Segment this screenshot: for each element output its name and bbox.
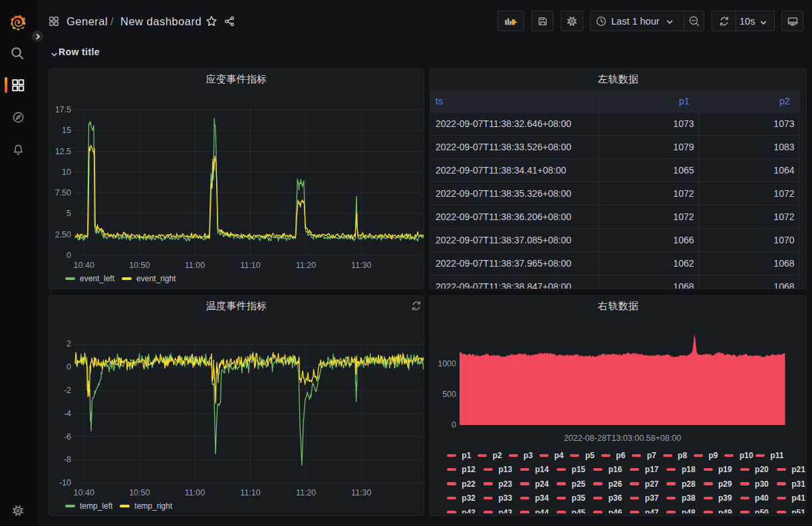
svg-text:11:20: 11:20 bbox=[296, 488, 316, 497]
svg-text:10:40: 10:40 bbox=[74, 261, 94, 270]
svg-text:500: 500 bbox=[442, 390, 456, 399]
svg-text:2: 2 bbox=[67, 339, 71, 348]
svg-text:11:30: 11:30 bbox=[351, 261, 371, 270]
svg-text:-8: -8 bbox=[64, 455, 71, 464]
svg-text:12.5: 12.5 bbox=[55, 147, 71, 156]
svg-text:11:30: 11:30 bbox=[351, 488, 371, 497]
svg-text:-6: -6 bbox=[64, 432, 71, 442]
svg-text:11:20: 11:20 bbox=[296, 261, 316, 270]
svg-text:0: 0 bbox=[452, 420, 456, 430]
svg-text:0: 0 bbox=[67, 362, 71, 372]
svg-text:11:00: 11:00 bbox=[185, 488, 205, 497]
svg-text:2.50: 2.50 bbox=[55, 230, 71, 239]
svg-text:10:50: 10:50 bbox=[129, 488, 150, 497]
svg-text:-10: -10 bbox=[59, 478, 71, 487]
svg-text:-2: -2 bbox=[64, 386, 71, 395]
svg-text:11:10: 11:10 bbox=[240, 488, 260, 497]
svg-text:7.50: 7.50 bbox=[55, 188, 71, 197]
svg-text:2022-08-28T13:03:00.58+08:00: 2022-08-28T13:03:00.58+08:00 bbox=[564, 434, 681, 443]
svg-text:11:10: 11:10 bbox=[240, 261, 260, 270]
svg-text:15: 15 bbox=[62, 126, 71, 135]
svg-text:0: 0 bbox=[67, 251, 71, 260]
svg-text:5: 5 bbox=[67, 209, 71, 218]
svg-text:11:00: 11:00 bbox=[185, 261, 205, 270]
svg-text:-4: -4 bbox=[64, 409, 71, 418]
svg-text:17.5: 17.5 bbox=[55, 105, 71, 114]
svg-text:10: 10 bbox=[62, 168, 71, 177]
svg-text:1000: 1000 bbox=[438, 359, 456, 368]
svg-text:10:40: 10:40 bbox=[74, 488, 94, 497]
svg-text:10:50: 10:50 bbox=[129, 261, 150, 270]
